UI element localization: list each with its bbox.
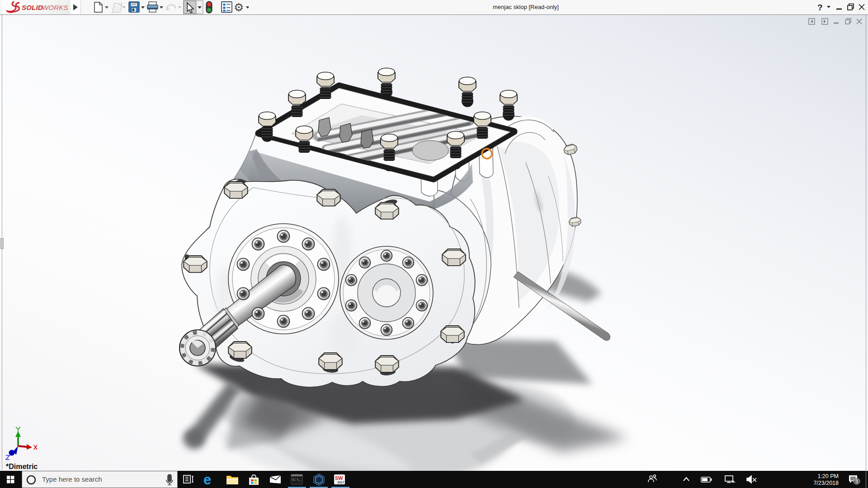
svg-text:C:\_: C:\_ [292,478,301,482]
svg-text:2017: 2017 [337,481,344,484]
svg-text:⚙: ⚙ [234,1,244,14]
svg-text:SW: SW [335,475,343,481]
svg-text:SOLID: SOLID [22,4,43,11]
svg-text:7/23/2018: 7/23/2018 [813,480,839,486]
svg-text:e: e [203,472,211,488]
svg-text:?: ? [817,3,823,12]
svg-text:3: 3 [855,479,858,484]
svg-text:WORKS: WORKS [42,4,68,11]
svg-text:1:20 PM: 1:20 PM [817,473,839,479]
